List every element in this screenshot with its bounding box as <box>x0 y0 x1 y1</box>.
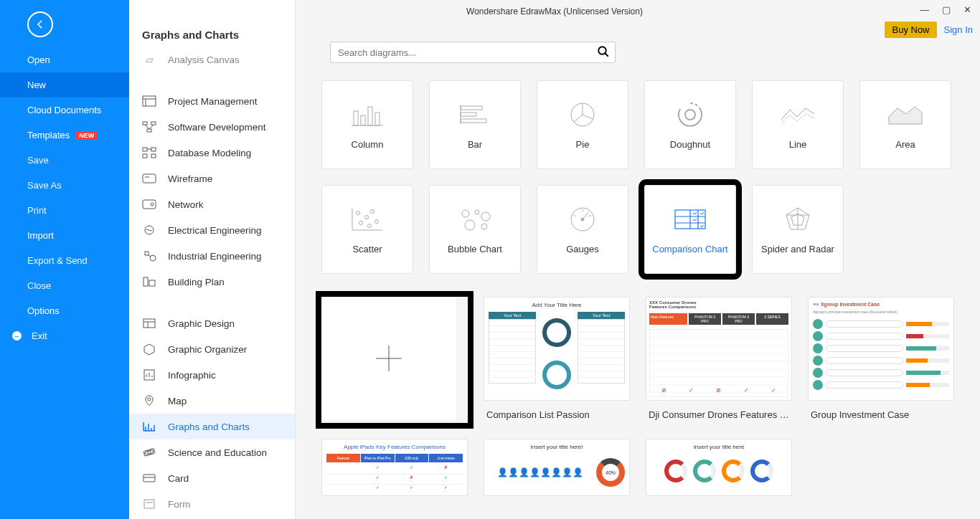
cat-science-and-education[interactable]: Science and Education <box>129 439 295 465</box>
exit-icon: – <box>12 331 22 341</box>
cat-card[interactable]: Card <box>129 465 295 491</box>
svg-point-71 <box>475 210 479 214</box>
cat-project-management[interactable]: Project Management <box>129 88 295 114</box>
sign-in-link[interactable]: Sign In <box>944 24 973 35</box>
svg-rect-51 <box>375 113 380 125</box>
svg-point-66 <box>371 209 374 213</box>
nav-options[interactable]: Options <box>0 298 129 323</box>
nav-save[interactable]: Save <box>0 148 129 173</box>
cat-database-modeling[interactable]: Database Modeling <box>129 140 295 166</box>
svg-rect-55 <box>461 119 486 123</box>
chart-type-line[interactable]: Line <box>752 80 844 169</box>
cat-wireframe[interactable]: Wireframe <box>129 166 295 191</box>
svg-rect-4 <box>151 122 156 125</box>
template-dji-drones[interactable]: XXX Consumer DronesFeatures Comparisons … <box>646 297 792 423</box>
chart-type-doughnut[interactable]: Doughnut <box>644 80 736 169</box>
scatter-icon <box>349 205 385 234</box>
svg-rect-3 <box>143 122 147 125</box>
chart-type-comparison[interactable]: Comparison Chart <box>644 185 736 274</box>
cat-industrial-engineering[interactable]: Industrial Engineering <box>129 243 295 269</box>
svg-point-16 <box>151 203 154 206</box>
search-icon[interactable] <box>597 45 610 58</box>
template-label: Dji Consumer Drones Features C... <box>646 401 792 423</box>
svg-point-65 <box>365 215 369 219</box>
buy-now-button[interactable]: Buy Now <box>885 22 936 38</box>
svg-point-77 <box>581 218 584 221</box>
cat-electrical-engineering[interactable]: Electrical Engineering <box>129 217 295 243</box>
cat-analysis-canvas[interactable]: ▱Analysis Canvas <box>129 51 295 72</box>
svg-rect-11 <box>143 154 147 158</box>
template-blank-new[interactable] <box>321 297 468 423</box>
cat-building-plan[interactable]: Building Plan <box>129 269 295 295</box>
cat-software-development[interactable]: Software Development <box>129 114 295 140</box>
nav-open[interactable]: Open <box>0 47 129 72</box>
cat-graphs-and-charts[interactable]: Graphs and Charts <box>129 414 295 439</box>
chart-type-bar[interactable]: Bar <box>429 80 521 169</box>
form-icon <box>142 497 156 511</box>
template-ipad-features[interactable]: Apple iPads Key Features Comparisons Fea… <box>321 439 468 496</box>
template-insert-title-1[interactable]: Insert your title here! 👤👤👤👤👤👤👤👤 40% <box>484 439 630 496</box>
template-group-investment[interactable]: 👓 Xgroup Investment Case Xgroup's princi… <box>808 297 954 423</box>
svg-point-74 <box>481 224 487 229</box>
svg-point-68 <box>375 219 379 223</box>
chart-type-column[interactable]: Column <box>321 80 413 169</box>
gauges-icon <box>565 205 600 234</box>
svg-rect-8 <box>143 148 147 151</box>
search-input[interactable] <box>330 42 616 63</box>
svg-line-46 <box>605 53 608 57</box>
wireframe-icon <box>142 171 156 186</box>
template-insert-title-2[interactable]: Insert your title here <box>646 439 792 496</box>
svg-point-31 <box>148 398 151 401</box>
map-icon <box>142 394 156 408</box>
svg-rect-13 <box>143 174 156 183</box>
cat-form[interactable]: Form <box>129 491 295 517</box>
network-icon <box>142 197 156 211</box>
nav-cloud-documents[interactable]: Cloud Documents <box>0 97 129 123</box>
nav-import[interactable]: Import <box>0 223 129 248</box>
bubble-icon <box>457 205 493 234</box>
svg-point-40 <box>143 447 156 457</box>
doughnut-icon <box>672 100 708 129</box>
category-panel: Graphs and Charts ▱Analysis Canvas Proje… <box>129 0 296 519</box>
cat-network[interactable]: Network <box>129 191 295 217</box>
back-button[interactable] <box>27 11 53 37</box>
svg-line-59 <box>574 115 583 122</box>
new-badge: NEW <box>75 131 98 140</box>
svg-rect-50 <box>368 107 372 125</box>
template-comparison-list[interactable]: Add Your Title Here Your Text Your Text … <box>484 297 630 423</box>
nav-export[interactable]: Export & Send <box>0 248 129 273</box>
chart-type-gauges[interactable]: Gauges <box>537 185 628 274</box>
chart-type-bubble[interactable]: Bubble Chart <box>429 185 521 274</box>
cat-graphic-design[interactable]: Graphic Design <box>129 310 295 336</box>
svg-rect-22 <box>149 280 155 286</box>
close-icon[interactable]: ✕ <box>963 4 971 15</box>
minimize-icon[interactable]: — <box>920 4 929 15</box>
template-label: Comparison List Passion <box>484 401 630 423</box>
nav-new[interactable]: New <box>0 72 129 97</box>
main-content: Column Bar Pie Doughnut Line Area <box>296 0 980 519</box>
nav-exit[interactable]: –Exit <box>0 323 129 348</box>
chart-type-pie[interactable]: Pie <box>537 80 628 169</box>
chart-type-spider[interactable]: Spider and Radar <box>752 185 844 274</box>
svg-point-72 <box>481 212 490 221</box>
nav-close[interactable]: Close <box>0 273 129 298</box>
nav-save-as[interactable]: Save As <box>0 173 129 198</box>
svg-point-45 <box>598 47 606 54</box>
window-title: Wondershare EdrawMax (Unlicensed Version… <box>466 6 643 16</box>
maximize-icon[interactable]: ▢ <box>942 4 951 15</box>
svg-line-7 <box>149 125 154 129</box>
cat-infographic[interactable]: Infographic <box>129 362 295 388</box>
nav-templates[interactable]: TemplatesNEW <box>0 123 129 148</box>
column-icon <box>349 100 385 129</box>
chart-type-area[interactable]: Area <box>859 80 951 169</box>
svg-rect-41 <box>143 475 155 482</box>
nav-print[interactable]: Print <box>0 198 129 223</box>
cat-graphic-organizer[interactable]: Graphic Organizer <box>129 336 295 362</box>
cat-map[interactable]: Map <box>129 388 295 414</box>
svg-rect-12 <box>151 154 156 158</box>
area-icon <box>887 100 923 129</box>
svg-rect-18 <box>145 252 149 255</box>
title-bar: Wondershare EdrawMax (Unlicensed Version… <box>129 0 980 23</box>
chart-type-scatter[interactable]: Scatter <box>321 185 413 274</box>
card-icon <box>142 471 156 485</box>
